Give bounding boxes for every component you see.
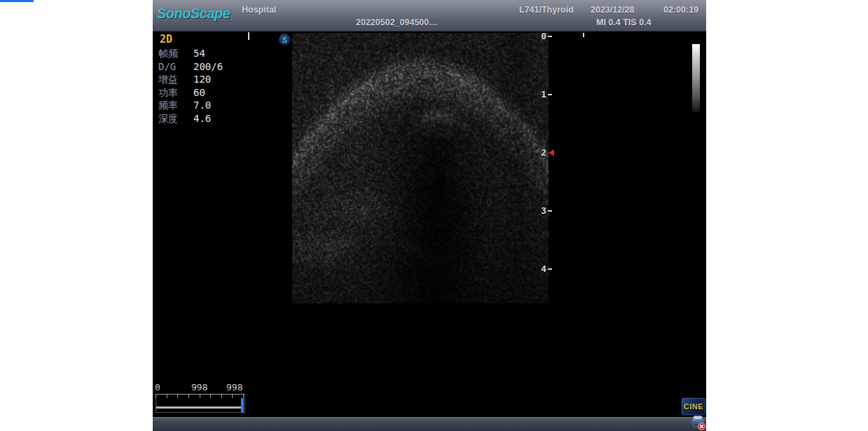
depth-tick-3 — [548, 210, 552, 212]
status-bar — [153, 417, 706, 431]
depth-label-3: 3 — [537, 205, 546, 216]
cine-current-frame: 998 — [191, 382, 207, 392]
browser-edge-fragment — [0, 0, 34, 2]
parameter-panel: 帧频 54 D/G 200/6 增益 120 功率 60 频率 7.0 深度 4… — [158, 48, 277, 126]
cine-total-frames: 998 — [226, 382, 242, 392]
exam-id: 20220502_094500… — [356, 18, 438, 27]
cine-tick — [200, 395, 200, 398]
depth-label-0: 0 — [537, 31, 546, 41]
system-date: 2023/12/28 — [591, 5, 635, 15]
probe-preset: L741/Thyroid — [519, 5, 574, 15]
cine-button[interactable]: CINE — [681, 397, 706, 416]
param-frequency: 频率 7.0 — [158, 100, 277, 113]
imaging-mode-label: 2D — [160, 33, 172, 46]
param-dynamic-range: D/G 200/6 — [158, 61, 277, 74]
cine-tick — [188, 395, 189, 398]
cine-tick — [177, 395, 178, 398]
printer-error-icon[interactable] — [690, 415, 705, 430]
top-bar: SonoScape Hospital L741/Thyroid 2023/12/… — [153, 0, 706, 32]
param-gain: 增益 120 — [158, 74, 277, 87]
sonoscape-logo: SonoScape — [157, 6, 230, 22]
cine-frame-cursor[interactable] — [241, 398, 244, 413]
focus-position-tick — [248, 32, 249, 40]
cine-progress-fill — [156, 406, 242, 409]
cine-start-frame: 0 — [155, 382, 160, 392]
s-logo-icon: S — [279, 34, 291, 46]
cine-tick — [167, 395, 167, 398]
param-power: 功率 60 — [158, 87, 277, 100]
focus-depth-marker-icon[interactable] — [549, 149, 554, 156]
depth-label-2: 2 — [537, 147, 546, 158]
cine-tick — [232, 395, 233, 398]
cine-tick — [221, 395, 222, 398]
hospital-name: Hospital — [242, 5, 276, 15]
depth-tick-0 — [548, 36, 552, 37]
grayscale-map-bar — [692, 44, 700, 112]
orientation-tick — [583, 33, 584, 37]
param-frame-rate: 帧频 54 — [158, 48, 277, 61]
cine-tick — [156, 395, 156, 398]
ultrasound-image[interactable] — [292, 33, 549, 303]
depth-label-4: 4 — [537, 264, 546, 274]
ultrasound-app-window: SonoScape Hospital L741/Thyroid 2023/12/… — [153, 0, 706, 431]
param-depth: 深度 4.6 — [158, 113, 277, 126]
depth-label-1: 1 — [537, 89, 546, 100]
depth-tick-4 — [548, 268, 552, 270]
system-time: 02:00:19 — [663, 5, 698, 15]
cine-progress-bar[interactable] — [156, 394, 244, 413]
acoustic-output-mi-tis: MI 0.4 TIS 0.4 — [596, 18, 652, 27]
depth-tick-1 — [548, 94, 552, 95]
cine-tick — [210, 395, 211, 398]
